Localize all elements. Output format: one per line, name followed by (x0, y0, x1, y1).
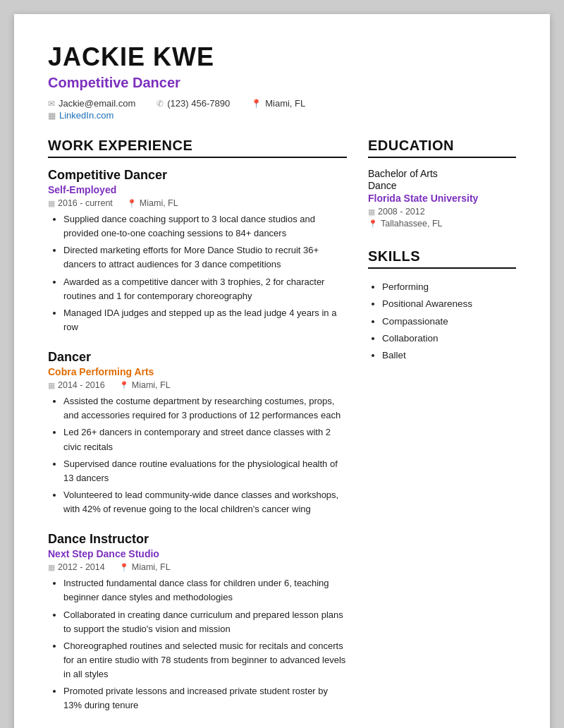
candidate-name: JACKIE KWE (48, 42, 516, 72)
map-icon-2: 📍 (119, 381, 129, 390)
education-title: EDUCATION (368, 138, 516, 158)
skills-section: SKILLS Performing Positional Awareness C… (368, 248, 516, 364)
job-title-1: Competitive Dancer (48, 168, 347, 183)
job-title-3: Dance Instructor (48, 532, 347, 547)
job-block-3: Dance Instructor Next Step Dance Studio … (48, 532, 347, 712)
job-block-2: Dancer Cobra Performing Arts ▦ 2014 - 20… (48, 350, 347, 516)
bullet-1-0: Supplied dance coaching support to 3 loc… (63, 212, 347, 241)
skill-2: Compassionate (382, 313, 516, 330)
email-value: Jackie@email.com (59, 98, 135, 109)
job-location-3: 📍 Miami, FL (119, 562, 171, 572)
skill-0: Performing (382, 279, 516, 296)
job-block-1: Competitive Dancer Self-Employed ▦ 2016 … (48, 168, 347, 334)
bullet-1-2: Awarded as a competitive dancer with 3 t… (63, 275, 347, 303)
bullet-1-3: Managed IDA judges and stepped up as the… (63, 306, 347, 334)
job-company-2: Cobra Performing Arts (48, 366, 347, 377)
map-icon-1: 📍 (127, 199, 137, 208)
skill-4: Ballet (382, 347, 516, 364)
edu-location: 📍 Tallahassee, FL (368, 219, 516, 229)
job-meta-2: ▦ 2014 - 2016 📍 Miami, FL (48, 380, 347, 390)
job-location-2: 📍 Miami, FL (119, 380, 171, 390)
map-icon-3: 📍 (119, 563, 129, 572)
dates-value-2: 2014 - 2016 (58, 380, 105, 390)
email-icon: ✉ (48, 99, 55, 109)
edu-dates-value: 2008 - 2012 (378, 207, 425, 217)
calendar-icon-2: ▦ (48, 381, 55, 390)
candidate-title: Competitive Dancer (48, 75, 516, 91)
edu-map-icon: 📍 (368, 219, 378, 229)
bullet-2-2: Supervised dance routine evaluations for… (63, 457, 347, 485)
location-value-2: Miami, FL (132, 380, 171, 390)
linkedin-icon: ▦ (48, 111, 56, 121)
edu-school: Florida State University (368, 193, 516, 204)
location-icon: 📍 (251, 99, 262, 109)
edu-location-value: Tallahassee, FL (381, 219, 443, 229)
dates-value-1: 2016 - current (58, 198, 113, 208)
location-value: Miami, FL (265, 98, 305, 109)
job-meta-3: ▦ 2012 - 2014 📍 Miami, FL (48, 562, 347, 572)
bullet-3-2: Choreographed routines and selected musi… (63, 639, 347, 681)
header-section: JACKIE KWE Competitive Dancer ✉ Jackie@e… (48, 42, 516, 121)
job-company-1: Self-Employed (48, 184, 347, 195)
edu-degree: Bachelor of Arts (368, 168, 516, 179)
job-dates-1: ▦ 2016 - current (48, 198, 113, 208)
phone-icon: ✆ (157, 99, 164, 109)
calendar-icon-1: ▦ (48, 199, 55, 208)
bullet-2-1: Led 26+ dancers in contemporary and stre… (63, 425, 347, 454)
left-column: WORK EXPERIENCE Competitive Dancer Self-… (48, 138, 347, 728)
education-section: EDUCATION Bachelor of Arts Dance Florida… (368, 138, 516, 229)
resume-page: JACKIE KWE Competitive Dancer ✉ Jackie@e… (14, 14, 550, 728)
skills-list: Performing Positional Awareness Compassi… (368, 279, 516, 364)
job-bullets-1: Supplied dance coaching support to 3 loc… (48, 212, 347, 334)
job-dates-2: ▦ 2014 - 2016 (48, 380, 105, 390)
main-layout: WORK EXPERIENCE Competitive Dancer Self-… (48, 138, 516, 728)
edu-calendar-icon: ▦ (368, 207, 375, 217)
location-value-1: Miami, FL (140, 198, 178, 208)
skill-3: Collaboration (382, 330, 516, 347)
location-contact: 📍 Miami, FL (251, 98, 305, 109)
contact-row-2: ▦ LinkedIn.com (48, 110, 516, 121)
bullet-3-3: Promoted private lessons and increased p… (63, 684, 347, 712)
job-title-2: Dancer (48, 350, 347, 365)
contact-row-1: ✉ Jackie@email.com ✆ (123) 456-7890 📍 Mi… (48, 98, 516, 109)
skills-title: SKILLS (368, 248, 516, 269)
bullet-2-3: Volunteered to lead community-wide dance… (63, 488, 347, 516)
skill-1: Positional Awareness (382, 296, 516, 313)
phone-value: (123) 456-7890 (167, 98, 230, 109)
linkedin-link[interactable]: LinkedIn.com (59, 110, 114, 121)
bullet-3-0: Instructed fundamental dance class for c… (63, 576, 347, 605)
job-bullets-2: Assisted the costume department by resea… (48, 394, 347, 516)
job-location-1: 📍 Miami, FL (127, 198, 178, 208)
bullet-1-1: Directed marketing efforts for More Danc… (63, 243, 347, 272)
bullet-3-1: Collaborated in creating dance curriculu… (63, 608, 347, 636)
dates-value-3: 2012 - 2014 (58, 562, 105, 572)
location-value-3: Miami, FL (132, 562, 171, 572)
edu-dates: ▦ 2008 - 2012 (368, 207, 516, 217)
job-dates-3: ▦ 2012 - 2014 (48, 562, 105, 572)
edu-meta: ▦ 2008 - 2012 📍 Tallahassee, FL (368, 207, 516, 229)
linkedin-contact: ▦ LinkedIn.com (48, 110, 114, 121)
calendar-icon-3: ▦ (48, 563, 55, 572)
email-contact: ✉ Jackie@email.com (48, 98, 135, 109)
job-bullets-3: Instructed fundamental dance class for c… (48, 576, 347, 712)
phone-contact: ✆ (123) 456-7890 (157, 98, 230, 109)
job-company-3: Next Step Dance Studio (48, 548, 347, 559)
bullet-2-0: Assisted the costume department by resea… (63, 394, 347, 423)
right-column: EDUCATION Bachelor of Arts Dance Florida… (368, 138, 516, 728)
edu-field: Dance (368, 180, 516, 191)
work-experience-title: WORK EXPERIENCE (48, 138, 347, 158)
job-meta-1: ▦ 2016 - current 📍 Miami, FL (48, 198, 347, 208)
